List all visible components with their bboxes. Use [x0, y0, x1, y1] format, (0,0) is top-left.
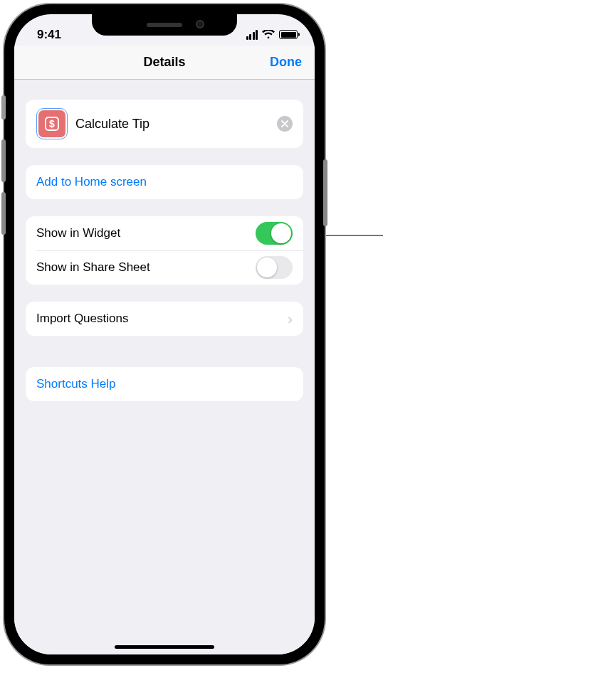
clear-text-button[interactable] — [277, 116, 293, 132]
notch — [92, 14, 237, 36]
shortcut-icon-button[interactable]: $ — [36, 108, 68, 139]
show-in-widget-row: Show in Widget — [26, 216, 303, 250]
shortcuts-help-button[interactable]: Shortcuts Help — [26, 367, 303, 401]
done-button[interactable]: Done — [270, 55, 302, 70]
show-in-widget-toggle[interactable] — [256, 222, 293, 245]
shortcut-name-input[interactable] — [75, 117, 277, 132]
import-group: Import Questions › — [26, 302, 303, 336]
add-home-group: Add to Home screen — [26, 165, 303, 199]
show-in-share-sheet-row: Show in Share Sheet — [26, 250, 303, 285]
page-title: Details — [143, 55, 185, 70]
chevron-right-icon: › — [288, 312, 293, 326]
show-in-share-toggle[interactable] — [256, 256, 293, 279]
import-questions-label: Import Questions — [36, 312, 288, 326]
dollar-sign-icon: $ — [38, 110, 65, 137]
show-in-widget-label: Show in Widget — [36, 226, 256, 240]
nav-bar: Details Done — [14, 46, 315, 80]
import-questions-button[interactable]: Import Questions › — [26, 302, 303, 336]
close-icon — [281, 120, 288, 127]
add-to-home-label: Add to Home screen — [36, 175, 293, 189]
status-right — [246, 30, 298, 40]
shortcuts-help-label: Shortcuts Help — [36, 377, 293, 391]
silence-switch — [1, 95, 6, 120]
battery-icon — [279, 30, 298, 39]
speaker-grille — [147, 23, 182, 27]
add-to-home-screen-button[interactable]: Add to Home screen — [26, 165, 303, 199]
front-camera — [196, 20, 204, 28]
side-power-button — [323, 159, 327, 226]
cellular-signal-icon — [246, 30, 258, 40]
screen: 9:41 Details Done $ — [14, 14, 315, 654]
device-frame: 9:41 Details Done $ — [4, 4, 325, 664]
content-area: $ Add to Home screen Show in Widget — [14, 80, 315, 654]
shortcut-name-row: $ — [26, 100, 303, 148]
shortcut-name-group: $ — [26, 100, 303, 148]
show-in-share-label: Show in Share Sheet — [36, 260, 256, 275]
visibility-group: Show in Widget Show in Share Sheet — [26, 216, 303, 285]
volume-up-button — [1, 139, 6, 182]
help-group: Shortcuts Help — [26, 367, 303, 401]
status-time: 9:41 — [37, 28, 61, 42]
wifi-icon — [262, 30, 275, 39]
home-indicator[interactable] — [115, 645, 214, 649]
volume-down-button — [1, 192, 6, 235]
